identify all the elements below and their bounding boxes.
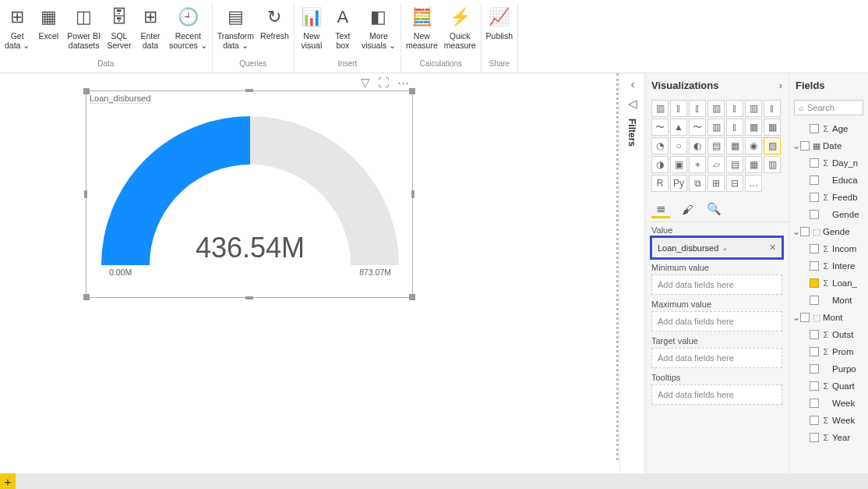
field-checkbox[interactable] [810, 261, 819, 271]
field-row[interactable]: Mont [789, 292, 868, 309]
filter-icon[interactable]: ▽ [361, 76, 370, 90]
field-well-filled[interactable]: Loan_disbursed⌄✕ [651, 237, 782, 258]
resize-handle[interactable] [84, 190, 87, 198]
viz-type-icon[interactable]: ▲ [670, 119, 687, 136]
expand-icon[interactable]: ⌄ [792, 226, 800, 237]
ribbon-button[interactable]: 🕘Recent sources ⌄ [166, 3, 210, 51]
expand-filters-icon[interactable]: ‹ [620, 73, 645, 94]
ribbon-button[interactable]: 📈Publish [483, 3, 516, 42]
field-well-empty[interactable]: Add data fields here [651, 348, 782, 368]
field-row[interactable]: ΣQuart [789, 377, 868, 395]
field-row[interactable]: ⌄⬚Mont [789, 309, 868, 326]
viz-type-icon[interactable]: ⫿ [726, 100, 743, 117]
field-checkbox[interactable] [810, 210, 819, 219]
field-well-empty[interactable]: Add data fields here [651, 275, 782, 295]
field-row[interactable]: ⌄⬚Gende [789, 223, 868, 240]
field-checkbox[interactable] [810, 399, 819, 408]
field-checkbox[interactable] [810, 347, 819, 356]
field-checkbox[interactable] [810, 433, 819, 442]
field-checkbox[interactable] [810, 124, 819, 133]
resize-handle[interactable] [83, 88, 90, 94]
field-row[interactable]: ΣIntere [789, 257, 868, 275]
expand-icon[interactable]: ⌄ [792, 312, 800, 323]
field-checkbox[interactable] [800, 227, 810, 236]
field-checkbox[interactable] [810, 193, 819, 202]
viz-type-icon[interactable]: ▥ [764, 156, 781, 173]
field-well-empty[interactable]: Add data fields here [651, 311, 782, 331]
fields-tab[interactable]: ≣ [651, 200, 670, 218]
viz-type-icon[interactable]: ⫿ [689, 100, 706, 117]
viz-type-icon[interactable]: ▥ [745, 100, 762, 117]
field-row[interactable]: Gende [789, 206, 868, 223]
ribbon-button[interactable]: ▦Excel [33, 3, 64, 42]
viz-type-icon[interactable]: ⫿ [726, 119, 743, 136]
fields-search[interactable]: ⌕ Search [794, 100, 863, 115]
viz-type-icon[interactable]: ⌖ [689, 156, 706, 173]
chevron-down-icon[interactable]: ⌄ [722, 243, 728, 252]
field-checkbox[interactable] [810, 381, 819, 391]
format-tab[interactable]: 🖌 [678, 200, 697, 218]
field-row[interactable]: ⌄▦Date [789, 137, 868, 154]
expand-icon[interactable]: ⌄ [792, 140, 800, 151]
field-row[interactable]: ΣOutst [789, 326, 868, 343]
ribbon-button[interactable]: ⊞Enter data [135, 3, 166, 51]
viz-type-icon[interactable]: ▥ [707, 100, 725, 117]
viz-type-icon[interactable]: ◐ [689, 137, 706, 154]
field-checkbox[interactable] [800, 313, 810, 322]
viz-type-icon[interactable]: 〜 [689, 119, 706, 136]
field-checkbox[interactable] [810, 278, 819, 288]
viz-type-icon[interactable]: ▤ [707, 137, 725, 154]
viz-type-icon[interactable]: ▱ [707, 156, 725, 173]
ribbon-button[interactable]: ⚡Quick measure [441, 3, 479, 51]
ribbon-button[interactable]: AText box [327, 3, 358, 51]
viz-type-icon[interactable]: ▥ [651, 100, 669, 117]
field-row[interactable]: ΣDay_n [789, 154, 868, 172]
field-checkbox[interactable] [800, 141, 810, 151]
viz-type-icon[interactable]: ○ [670, 137, 687, 154]
viz-type-icon[interactable]: ⫿ [764, 100, 781, 117]
resize-handle[interactable] [245, 296, 253, 299]
filters-label[interactable]: Filters [620, 114, 644, 151]
field-checkbox[interactable] [810, 296, 819, 305]
field-checkbox[interactable] [810, 364, 819, 374]
viz-type-icon[interactable]: ⫿ [670, 100, 687, 117]
viz-type-icon[interactable]: ◑ [651, 156, 669, 173]
ribbon-button[interactable]: ▤Transform data ⌄ [214, 3, 257, 51]
collapse-viz-icon[interactable]: › [779, 80, 782, 91]
field-checkbox[interactable] [810, 416, 819, 425]
field-checkbox[interactable] [810, 175, 819, 185]
viz-type-icon[interactable]: Py [670, 175, 687, 192]
resize-handle[interactable] [411, 190, 415, 198]
ribbon-button[interactable]: 🧮New measure [403, 3, 441, 51]
resize-handle[interactable] [409, 88, 415, 94]
viz-type-icon[interactable]: R [651, 175, 669, 192]
field-checkbox[interactable] [810, 330, 819, 339]
filters-icon[interactable]: ◁ [620, 94, 645, 114]
field-well-empty[interactable]: Add data fields here [651, 384, 782, 405]
gauge-visual[interactable]: ▽ ⛶ ⋯ Loan_disbursed 436.54M 0.00M 873.0… [86, 90, 413, 298]
ribbon-button[interactable]: 📊New visual [296, 3, 327, 51]
viz-type-icon[interactable]: ▥ [707, 119, 725, 136]
viz-type-icon[interactable]: ▤ [726, 156, 743, 173]
viz-type-icon[interactable]: 〜 [651, 119, 669, 136]
field-row[interactable]: Educa [789, 172, 868, 189]
field-row[interactable]: Purpo [789, 360, 868, 377]
viz-type-icon[interactable]: ▦ [764, 119, 781, 136]
remove-field-icon[interactable]: ✕ [769, 243, 776, 253]
ribbon-button[interactable]: 🗄SQL Server [104, 3, 135, 51]
viz-type-icon[interactable]: ▦ [745, 156, 762, 173]
analytics-tab[interactable]: 🔍 [704, 200, 723, 218]
field-row[interactable]: ΣLoan_ [789, 275, 868, 292]
viz-type-icon[interactable]: ▨ [764, 137, 781, 154]
field-row[interactable]: Week [789, 395, 868, 412]
resize-handle[interactable] [245, 89, 253, 92]
resize-handle[interactable] [83, 294, 90, 300]
field-row[interactable]: ΣYear [789, 429, 868, 446]
field-row[interactable]: ΣFeedb [789, 189, 868, 206]
ribbon-button[interactable]: ↻Refresh [257, 3, 292, 42]
viz-type-icon[interactable]: ⧉ [689, 175, 706, 192]
field-checkbox[interactable] [810, 244, 819, 253]
report-canvas[interactable]: ▽ ⛶ ⋯ Loan_disbursed 436.54M 0.00M 873.0… [0, 73, 619, 460]
ribbon-button[interactable]: ◧More visuals ⌄ [358, 3, 399, 51]
ribbon-button[interactable]: ◫Power BI datasets [64, 3, 104, 51]
